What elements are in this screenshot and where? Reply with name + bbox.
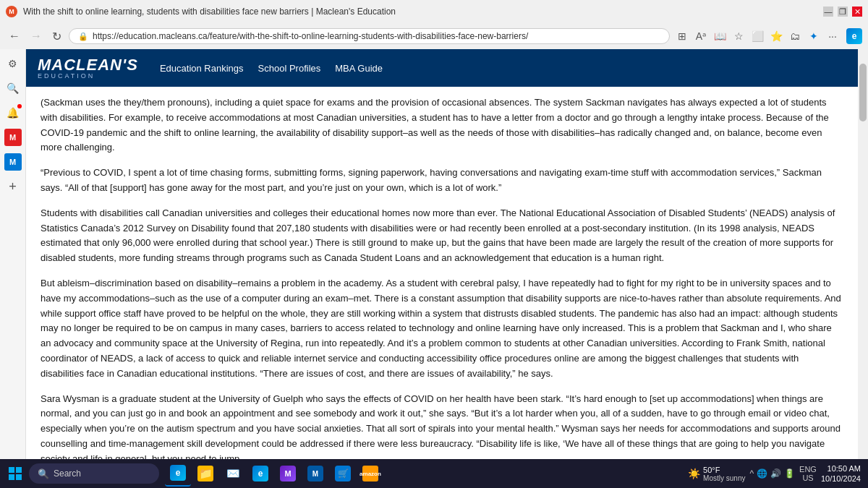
page-scrollbar[interactable]	[858, 49, 868, 488]
sidebar-m365-icon[interactable]: M	[4, 129, 22, 146]
weather-widget[interactable]: ☀️ 50°F Mostly sunny	[688, 466, 745, 482]
article-paragraph-2: “Previous to COVID, I spent a lot of tim…	[41, 166, 843, 196]
sidebar-add-icon[interactable]: +	[4, 178, 22, 195]
weather-desc: Mostly sunny	[703, 474, 745, 482]
article-paragraph-4: But ableism–discrimination based on disa…	[41, 276, 843, 382]
mail-icon: ✉️	[225, 466, 241, 481]
taskbar-right: ☀️ 50°F Mostly sunny ^ 🌐 🔊 🔋 ENG US 10:5…	[688, 463, 864, 484]
volume-icon[interactable]: 🔊	[770, 468, 781, 479]
address-input[interactable]: 🔒 https://education.macleans.ca/feature/…	[69, 28, 670, 44]
weather-temp: 50°F	[703, 466, 745, 474]
back-button[interactable]: ←	[6, 28, 23, 44]
window-controls: — ❐ ✕	[823, 7, 862, 17]
sidebar-notification-icon[interactable]: 🔔	[4, 104, 22, 121]
clock-time: 10:50 AM	[821, 463, 861, 474]
taskbar-app-blue2[interactable]: M	[302, 461, 328, 487]
url-text: https://education.macleans.ca/feature/wi…	[93, 31, 660, 41]
clock-date: 10/10/2024	[821, 474, 861, 484]
favorites-icon[interactable]: ⭐	[768, 28, 784, 44]
nav-mba-guide[interactable]: MBA Guide	[335, 63, 383, 74]
taskbar-file-manager[interactable]: 📁	[192, 461, 218, 487]
sidebar-search-icon[interactable]: 🔍	[4, 80, 22, 97]
battery-icon[interactable]: 🔋	[784, 468, 795, 479]
start-button[interactable]	[4, 463, 26, 484]
main-content-area: MACLEAN'S EDUCATION Education Rankings S…	[26, 49, 858, 459]
site-nav: Education Rankings School Profiles MBA G…	[160, 63, 383, 74]
forward-button[interactable]: →	[27, 28, 45, 44]
edge-taskbar-icon: e	[170, 465, 186, 481]
article-body: (Sackman uses the they/them pronouns), i…	[26, 87, 858, 459]
language-indicator[interactable]: ENG US	[799, 465, 817, 482]
sidebar-mail-icon[interactable]: M	[4, 153, 22, 171]
split-screen-icon[interactable]: ⊞	[674, 28, 690, 44]
refresh-button[interactable]: ↻	[49, 28, 64, 45]
browser-tab[interactable]: M With the shift to online learning, stu…	[6, 6, 396, 17]
site-header: MACLEAN'S EDUCATION Education Rankings S…	[26, 49, 858, 87]
system-tray: ^ 🌐 🔊 🔋	[749, 468, 795, 479]
lang-text: ENG	[799, 465, 817, 474]
maximize-button[interactable]: ❐	[838, 7, 848, 17]
nav-school-profiles[interactable]: School Profiles	[258, 63, 321, 74]
sidebar-apps-icon[interactable]: ⚙	[4, 55, 22, 72]
logo-macleans-text: MACLEAN'S	[38, 57, 138, 73]
weather-icon: ☀️	[688, 468, 700, 479]
blue2-app-icon: M	[307, 466, 323, 481]
purple-app-icon: M	[280, 466, 296, 481]
logo-education-text: EDUCATION	[38, 73, 138, 80]
windows-logo	[9, 467, 22, 480]
browser-sidebar: ⚙ 🔍 🔔 M M +	[0, 49, 26, 488]
taskbar-apps: e 📁 ✉️ e M M 🛒 amazon	[165, 461, 383, 487]
region-text: US	[799, 474, 817, 482]
read-aloud-icon[interactable]: Aᵃ	[693, 28, 709, 44]
search-label: Search	[54, 468, 81, 479]
taskbar-search[interactable]: 🔍 Search	[29, 463, 159, 484]
taskbar-mail-app[interactable]: ✉️	[220, 461, 246, 487]
tab-groups-icon[interactable]: ⬜	[749, 28, 765, 44]
taskbar-store-app[interactable]: 🛒	[330, 461, 356, 487]
edge-copilot-icon[interactable]: ✦	[806, 28, 822, 44]
search-icon: 🔍	[38, 468, 49, 479]
taskbar-edge-app2[interactable]: e	[247, 461, 273, 487]
article-paragraph-1: (Sackman uses the they/them pronouns), i…	[41, 95, 843, 155]
scrollbar-thumb[interactable]	[859, 64, 867, 121]
collections-icon[interactable]: 🗂	[787, 28, 803, 44]
edge-logo: e	[846, 28, 862, 44]
tray-chevron[interactable]: ^	[749, 468, 754, 479]
article-paragraph-5: Sara Wysman is a graduate student at the…	[41, 392, 843, 459]
add-to-favorites-icon[interactable]: ☆	[731, 28, 746, 44]
browser-toolbar: ⊞ Aᵃ 📖 ☆ ⬜ ⭐ 🗂 ✦ ··· e	[674, 28, 862, 44]
network-icon[interactable]: 🌐	[757, 468, 767, 479]
more-options-icon[interactable]: ···	[825, 28, 841, 44]
amazon-icon: amazon	[362, 466, 378, 481]
taskbar-amazon-app[interactable]: amazon	[357, 461, 383, 487]
browser-title-bar: M With the shift to online learning, stu…	[0, 0, 868, 50]
file-manager-icon: 📁	[197, 466, 213, 481]
article-paragraph-3: Students with disabilities call Canadian…	[41, 206, 843, 266]
immersive-reader-icon[interactable]: 📖	[712, 28, 728, 44]
edge-taskbar-icon-2: e	[252, 466, 268, 481]
address-bar-row: ← → ↻ 🔒 https://education.macleans.ca/fe…	[0, 23, 868, 49]
taskbar-edge-app[interactable]: e	[165, 461, 191, 487]
taskbar-app-purple[interactable]: M	[275, 461, 301, 487]
lock-icon: 🔒	[78, 32, 88, 41]
nav-education-rankings[interactable]: Education Rankings	[160, 63, 244, 74]
site-logo: MACLEAN'S EDUCATION	[38, 57, 138, 80]
tab-title: With the shift to online learning, stude…	[23, 7, 396, 17]
tab-favicon: M	[6, 6, 17, 17]
minimize-button[interactable]: —	[823, 7, 833, 17]
close-button[interactable]: ✕	[852, 7, 862, 17]
system-clock[interactable]: 10:50 AM 10/10/2024	[821, 463, 861, 484]
taskbar: 🔍 Search e 📁 ✉️ e M M 🛒 amazon ☀️	[0, 459, 868, 488]
store-icon: 🛒	[335, 466, 351, 481]
